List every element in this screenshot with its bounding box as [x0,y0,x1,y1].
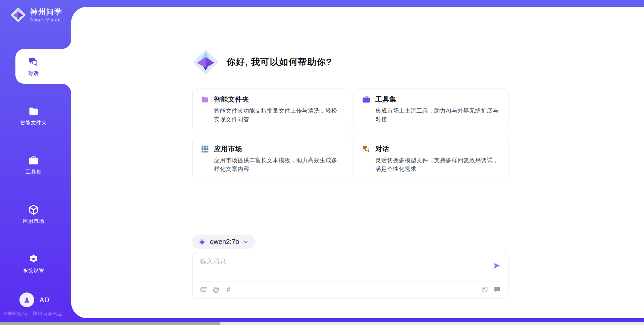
feature-cards: 智能文件夹 智能文件夹功能支持批量文件上传与清洗，轻松实现文件问答 工具集 集成… [192,88,508,180]
brand-text: 神州问学 Smart Vision [30,7,62,22]
sidebar-item-label: 系统设置 [23,267,44,274]
greeting: 你好, 我可以如何帮助你? [192,49,508,75]
brand-subtitle: Smart Vision [30,18,62,22]
sidebar-nav: 对话 智能文件夹 工具集 [0,49,71,295]
sidebar-item-app-market[interactable]: 应用市场 [15,197,71,232]
person-icon [22,296,31,304]
card-description: 智能文件夹功能支持批量文件上传与清洗，轻松实现文件问答 [214,107,339,124]
composer-tools-left: @ # [200,286,232,293]
card-description: 集成市场上主流工具，助力AI与外界无缝扩展与对接 [375,107,500,124]
gear-icon [28,253,39,265]
content-column: 你好, 我可以如何帮助你? 智能文件夹 智能文件夹功能支持批量文件上传与清洗，轻… [192,7,508,299]
chat-icon [28,56,39,68]
hashtag-icon[interactable]: # [225,286,232,293]
card-chat[interactable]: 对话 灵活切换多模型文件，支持多样回复效果调试，满足个性化需求 [354,138,508,180]
card-app-market[interactable]: 应用市场 应用市场提供丰富长文本模板，助力高效生成多样化文章内容 [192,138,347,180]
sidebar-item-label: 智能文件夹 [20,120,47,126]
mention-icon[interactable]: @ [212,286,220,293]
comment-icon[interactable] [493,286,501,293]
scrollbar-thumb[interactable] [0,322,220,325]
greeting-text: 你好, 我可以如何帮助你? [226,56,332,68]
sidebar-item-smart-folder[interactable]: 智能文件夹 [15,98,71,133]
card-head: 智能文件夹 [201,95,339,104]
card-toolset[interactable]: 工具集 集成市场上主流工具，助力AI与外界无缝扩展与对接 [354,88,508,130]
folder-icon [28,106,39,117]
card-title: 工具集 [375,95,396,104]
composer: @ # [192,252,508,299]
assistant-logo-icon [192,49,219,75]
horizontal-scrollbar[interactable] [0,322,644,325]
user-profile[interactable]: AD [19,292,50,307]
chat-icon [362,145,371,153]
brand-name: 神州问学 [30,7,62,17]
toolbox-icon [28,155,39,166]
sidebar-item-label: 工具集 [25,169,42,175]
sidebar-item-chat[interactable]: 对话 [15,49,71,84]
composer-divider [200,281,501,281]
chevron-down-icon [243,239,249,245]
brand-logo-icon [10,7,26,23]
folder-icon [201,95,209,104]
send-icon [492,261,501,270]
card-description: 灵活切换多模型文件，支持多样回复效果调试，满足个性化需求 [375,156,500,173]
card-head: 应用市场 [201,144,339,153]
cube-icon [28,204,39,215]
main-panel: 你好, 我可以如何帮助你? 智能文件夹 智能文件夹功能支持批量文件上传与清洗，轻… [71,7,644,318]
toolbox-icon [362,95,371,104]
card-head: 对话 [362,144,500,153]
card-head: 工具集 [362,95,500,104]
send-button[interactable] [492,261,501,270]
attachment-icon[interactable] [200,286,207,293]
message-input[interactable] [200,257,482,276]
user-name: AD [40,296,50,304]
card-title: 智能文件夹 [214,95,249,104]
model-selector[interactable]: qwen2:7b [192,235,255,249]
card-title: 应用市场 [214,144,242,153]
card-smart-folder[interactable]: 智能文件夹 智能文件夹功能支持批量文件上传与清洗，轻松实现文件问答 [192,88,347,130]
card-description: 应用市场提供丰富长文本模板，助力高效生成多样化文章内容 [214,156,339,173]
composer-toolbar: @ # [200,286,501,293]
card-title: 对话 [375,144,389,153]
sidebar-item-toolset[interactable]: 工具集 [15,147,71,182]
footer-credit: ©神州数码 · 神州问学出品 [3,311,70,317]
sidebar-item-label: 对话 [28,70,39,77]
sidebar-item-settings[interactable]: 系统设置 [15,246,71,281]
model-logo-icon [198,238,206,246]
composer-tools-right [481,286,501,293]
grid-icon [201,145,209,153]
avatar [19,292,34,307]
brand: 神州问学 Smart Vision [10,7,62,23]
history-icon[interactable] [481,286,488,293]
model-name: qwen2:7b [210,238,239,246]
sidebar-item-label: 应用市场 [23,218,44,224]
sidebar: 神州问学 Smart Vision 对话 [0,0,71,325]
